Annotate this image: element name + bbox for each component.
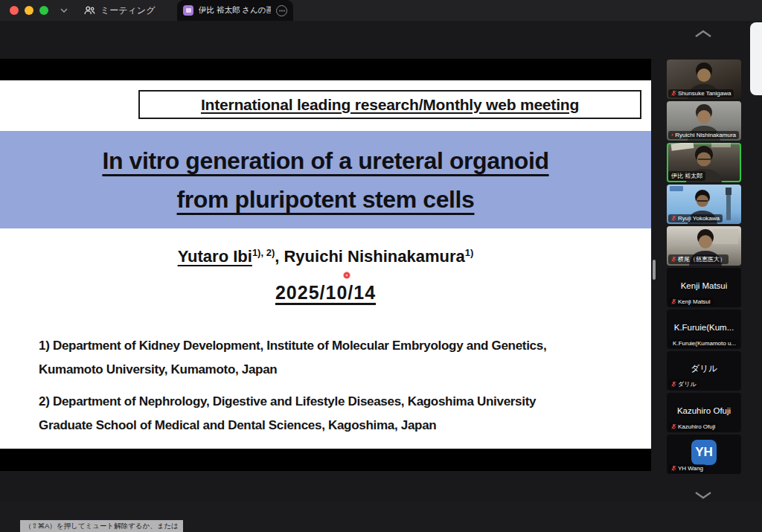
laser-pointer-dot bbox=[343, 272, 350, 279]
affiliation-1: 1) Department of Kidney Development, Ins… bbox=[39, 334, 645, 382]
participant-tile[interactable]: Kazuhiro Ofuji Kazuhiro Ofuji bbox=[667, 393, 741, 432]
muted-mic-icon bbox=[671, 298, 676, 305]
avatar: YH bbox=[691, 440, 717, 465]
participants-scroll-up-chevron-icon[interactable] bbox=[693, 28, 714, 39]
participant-tile[interactable]: YH YH Wang bbox=[667, 435, 741, 474]
slide-title-line1: In vitro generation of a ureteral organo… bbox=[102, 141, 548, 180]
participant-tile[interactable]: K.Furuie(Kum... K.Furuie(Kumamoto u... bbox=[667, 310, 741, 349]
slide-date: 2025/10/14 bbox=[0, 282, 651, 304]
participants-scroll-down-chevron-icon[interactable] bbox=[693, 490, 714, 500]
unmute-shortcut-tooltip: （⇧⌘A）を押してミュート解除するか、または bbox=[20, 520, 183, 532]
zoom-window-button[interactable] bbox=[39, 6, 48, 15]
participant-tile[interactable]: Shunsuke Tanigawa bbox=[667, 60, 741, 99]
zoom-meeting-window: ミーティング 伊比 裕太郎 さんの画面 International leadin… bbox=[0, 0, 762, 532]
slide-authors: Yutaro Ibi1), 2), Ryuichi Nishinakamura1… bbox=[0, 247, 651, 266]
slide-title-banner: In vitro generation of a ureteral organo… bbox=[0, 131, 651, 228]
participant-tile[interactable]: Kenji Matsui Kenji Matsui bbox=[667, 268, 741, 307]
participant-name-label: 横尾（慈恵医大） bbox=[668, 254, 729, 264]
tab-meeting[interactable]: ミーティング bbox=[84, 4, 155, 17]
muted-mic-icon bbox=[671, 381, 676, 388]
muted-mic-icon bbox=[671, 90, 676, 97]
close-window-button[interactable] bbox=[10, 6, 19, 15]
participants-filmstrip: Shunsuke Tanigawa Ryuichi Nishinakamura bbox=[667, 60, 741, 474]
slide-header-box: International leading research/Monthly w… bbox=[138, 90, 641, 119]
participant-tile[interactable]: 横尾（慈恵医大） bbox=[667, 226, 741, 266]
titlebar-chevron-down-icon[interactable] bbox=[60, 8, 68, 13]
tab-meeting-label: ミーティング bbox=[100, 4, 155, 17]
muted-mic-icon bbox=[671, 256, 676, 263]
slide-letterbox-bottom bbox=[0, 449, 651, 471]
participant-name-label: Shunsuke Tanigawa bbox=[668, 89, 734, 97]
slide-affiliations: 1) Department of Kidney Development, Ins… bbox=[39, 334, 645, 446]
participant-tile[interactable]: ダリル ダリル bbox=[667, 351, 741, 391]
participant-tile[interactable]: Ryuji Yokokawa bbox=[667, 185, 741, 224]
participant-name-label: Ryuichi Nishinakamura bbox=[668, 131, 739, 139]
affiliation-2: 2) Department of Nephrology, Digestive a… bbox=[39, 390, 645, 438]
share-area-scrollbar[interactable] bbox=[653, 260, 656, 280]
participant-name-label: Kazuhiro Ofuji bbox=[668, 423, 718, 431]
slide-letterbox-top bbox=[0, 59, 651, 80]
participant-name-label: Ryuji Yokokawa bbox=[668, 214, 723, 222]
shared-slide: International leading research/Monthly w… bbox=[0, 80, 651, 449]
screen-share-icon bbox=[183, 5, 193, 16]
tab-shared-screen-label: 伊比 裕太郎 さんの画面 bbox=[199, 5, 271, 16]
background-window-edge bbox=[750, 22, 762, 95]
participant-name-label: Kenji Matsui bbox=[668, 298, 714, 306]
tab-shared-screen[interactable]: 伊比 裕太郎 さんの画面 bbox=[177, 0, 293, 21]
muted-mic-icon bbox=[671, 465, 676, 472]
traffic-lights bbox=[0, 6, 48, 15]
slide-title-line2: from pluripotent stem cells bbox=[177, 180, 475, 219]
minimize-window-button[interactable] bbox=[25, 6, 33, 15]
muted-mic-icon bbox=[671, 132, 673, 138]
participant-name-label: YH Wang bbox=[668, 464, 706, 472]
participant-tile[interactable]: Ryuichi Nishinakamura bbox=[667, 101, 741, 141]
participants-icon bbox=[84, 6, 95, 15]
participant-name-label: ダリル bbox=[668, 379, 699, 389]
participant-name-label: K.Furuie(Kumamoto u... bbox=[668, 339, 739, 347]
slide-header-text: International leading research/Monthly w… bbox=[201, 96, 579, 114]
participant-tile-active-speaker[interactable]: 伊比 裕太郎 bbox=[667, 143, 741, 182]
participant-name-label: 伊比 裕太郎 bbox=[668, 171, 705, 181]
title-bar: ミーティング 伊比 裕太郎 さんの画面 bbox=[0, 0, 762, 21]
muted-mic-icon bbox=[671, 423, 676, 430]
tab-more-icon[interactable] bbox=[276, 5, 287, 16]
muted-mic-icon bbox=[671, 215, 676, 222]
